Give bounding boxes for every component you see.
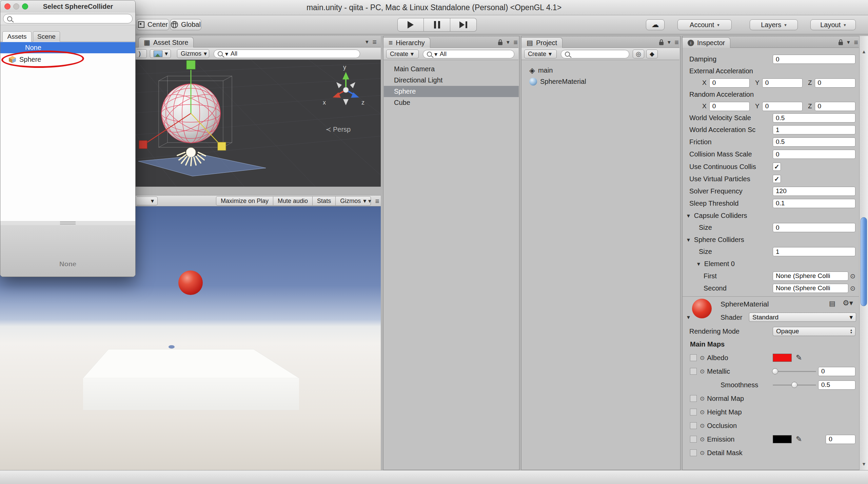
sphere-colliders-size-input[interactable]: 1 bbox=[773, 247, 855, 256]
metallic-input[interactable]: 0 bbox=[818, 367, 855, 376]
gear-icon[interactable]: ⚙▾ bbox=[843, 299, 853, 308]
collision-mass-scale-input[interactable]: 0 bbox=[773, 150, 855, 159]
element0-first-object-field[interactable]: None (Sphere Colli bbox=[773, 272, 848, 281]
panel-dropdown-icon[interactable]: ▾ bbox=[507, 39, 510, 46]
popup-preview-splitter[interactable] bbox=[0, 221, 135, 225]
use-continuous-collision-checkbox[interactable]: ✓ bbox=[773, 163, 781, 171]
scale-handle-x[interactable] bbox=[139, 141, 147, 149]
lock-icon[interactable] bbox=[659, 42, 664, 45]
emission-input[interactable]: 0 bbox=[826, 435, 855, 444]
scroll-down-icon[interactable]: ▼ bbox=[862, 461, 866, 467]
smoothness-input[interactable]: 0.5 bbox=[818, 380, 855, 390]
element0-second-object-field[interactable]: None (Sphere Colli bbox=[773, 284, 848, 293]
external-acceleration-x-input[interactable]: 0 bbox=[709, 78, 750, 88]
account-dropdown[interactable]: Account ▾ bbox=[677, 19, 732, 30]
panel-menu-icon[interactable]: ≡ bbox=[514, 40, 518, 45]
panel-menu-icon[interactable]: ≡ bbox=[854, 40, 858, 45]
scale-handle-z[interactable] bbox=[218, 142, 226, 150]
inspector-scrollbar[interactable]: ▲ ▼ bbox=[859, 36, 868, 470]
tab-asset-store[interactable]: ▦ Asset Store bbox=[138, 37, 194, 48]
use-virtual-particles-checkbox[interactable]: ✓ bbox=[773, 175, 781, 183]
foldout-sphere-colliders[interactable]: ▼ Sphere Colliders bbox=[683, 234, 859, 246]
stats-button[interactable]: Stats bbox=[313, 196, 336, 206]
occlusion-texture-slot[interactable] bbox=[690, 422, 697, 429]
tab-hierarchy[interactable]: ≡ Hierarchy bbox=[383, 37, 430, 48]
project-create-dropdown[interactable]: Create ▾ bbox=[524, 50, 557, 58]
pause-button[interactable] bbox=[424, 18, 450, 32]
normal-map-texture-slot[interactable] bbox=[690, 395, 697, 402]
foldout-capsule-colliders[interactable]: ▼ Capsule Colliders bbox=[683, 209, 859, 222]
texture-picker-icon[interactable]: ⊙ bbox=[700, 449, 705, 457]
scene-gizmos-dropdown[interactable]: Gizmos ▾ bbox=[177, 49, 209, 58]
minimize-traffic-light[interactable] bbox=[13, 3, 19, 10]
global-toggle-button[interactable]: Global bbox=[170, 19, 201, 30]
height-map-texture-slot[interactable] bbox=[690, 409, 697, 415]
material-foldout[interactable]: ▼ bbox=[686, 314, 694, 320]
project-search-input[interactable] bbox=[561, 50, 629, 58]
object-picker-icon[interactable]: ⊙ bbox=[850, 272, 855, 280]
lock-icon[interactable] bbox=[839, 42, 843, 45]
popup-search-input[interactable] bbox=[3, 14, 133, 23]
random-acceleration-z-input[interactable]: 0 bbox=[815, 102, 855, 111]
project-item-main[interactable]: ◈ main bbox=[522, 65, 680, 76]
lock-icon[interactable] bbox=[498, 42, 502, 45]
popup-tab-assets[interactable]: Assets bbox=[2, 31, 32, 42]
project-item-spherematerial[interactable]: SphereMaterial bbox=[522, 76, 680, 87]
panel-dropdown-icon[interactable]: ▾ bbox=[847, 39, 850, 46]
hierarchy-item-main-camera[interactable]: Main Camera bbox=[384, 63, 519, 75]
metallic-texture-slot[interactable] bbox=[690, 368, 697, 375]
foldout-element0[interactable]: ▼ Element 0 bbox=[683, 258, 859, 270]
panel-menu-icon[interactable]: ≡ bbox=[373, 40, 377, 44]
external-acceleration-y-input[interactable]: 0 bbox=[762, 78, 803, 88]
capsule-size-input[interactable]: 0 bbox=[773, 223, 855, 232]
solver-frequency-input[interactable]: 120 bbox=[773, 187, 855, 196]
hierarchy-create-dropdown[interactable]: Create ▾ bbox=[386, 50, 419, 58]
friction-input[interactable]: 0.5 bbox=[773, 137, 855, 147]
world-velocity-scale-input[interactable]: 0.5 bbox=[773, 113, 855, 123]
texture-picker-icon[interactable]: ⊙ bbox=[700, 395, 705, 402]
popup-tab-scene[interactable]: Scene bbox=[33, 31, 60, 42]
scrollbar-thumb[interactable] bbox=[861, 217, 867, 306]
eyedropper-icon[interactable]: ✎ bbox=[796, 353, 802, 362]
play-button[interactable] bbox=[397, 18, 424, 32]
slider-knob[interactable] bbox=[772, 368, 778, 374]
texture-picker-icon[interactable]: ⊙ bbox=[700, 368, 705, 375]
random-acceleration-y-input[interactable]: 0 bbox=[762, 102, 803, 111]
layers-dropdown[interactable]: Layers ▾ bbox=[750, 19, 798, 30]
game-gizmos-dropdown[interactable]: Gizmos ▾ bbox=[336, 196, 371, 206]
layout-dropdown[interactable]: Layout ▾ bbox=[810, 19, 856, 30]
panel-dropdown-icon[interactable]: ▾ bbox=[668, 39, 671, 46]
persp-label[interactable]: Persp bbox=[333, 126, 351, 133]
scene-search-input[interactable]: ▾ All bbox=[214, 50, 360, 58]
damping-input[interactable]: 0 bbox=[773, 55, 855, 64]
shading-mode-dropdown-partial[interactable]: ) bbox=[137, 49, 147, 58]
hierarchy-item-cube[interactable]: Cube bbox=[384, 97, 519, 108]
panel-menu-icon[interactable]: ≡ bbox=[675, 40, 679, 45]
world-acceleration-scale-input[interactable]: 1 bbox=[773, 125, 855, 134]
emission-color-swatch[interactable] bbox=[773, 435, 792, 443]
maximize-on-play-button[interactable]: Maximize on Play bbox=[216, 196, 273, 206]
external-acceleration-z-input[interactable]: 0 bbox=[815, 78, 855, 88]
pivot-center-button[interactable]: Center bbox=[137, 19, 169, 30]
metallic-slider[interactable] bbox=[773, 371, 816, 372]
close-traffic-light[interactable] bbox=[4, 3, 11, 10]
tab-project[interactable]: ▤ Project bbox=[521, 37, 563, 48]
texture-picker-icon[interactable]: ⊙ bbox=[700, 409, 705, 416]
emission-texture-slot[interactable] bbox=[690, 436, 697, 443]
sleep-threshold-input[interactable]: 0.1 bbox=[773, 199, 855, 208]
panel-dropdown-icon[interactable]: ▾ bbox=[368, 198, 371, 205]
hierarchy-item-directional-light[interactable]: Directional Light bbox=[384, 75, 519, 86]
random-acceleration-x-input[interactable]: 0 bbox=[709, 102, 750, 111]
material-help-icon[interactable]: ▤ bbox=[829, 299, 835, 308]
panel-dropdown-icon[interactable]: ▾ bbox=[366, 38, 369, 45]
smoothness-slider[interactable] bbox=[773, 385, 816, 386]
detail-mask-texture-slot[interactable] bbox=[690, 449, 697, 456]
search-by-type-button[interactable]: ◎ bbox=[633, 50, 644, 58]
cloud-services-button[interactable]: ☁ bbox=[646, 19, 665, 30]
albedo-color-swatch[interactable] bbox=[773, 354, 792, 362]
texture-picker-icon[interactable]: ⊙ bbox=[700, 354, 705, 361]
rendering-mode-dropdown[interactable]: Opaque ▴▾ bbox=[773, 327, 855, 336]
scale-handle-y[interactable] bbox=[186, 60, 195, 69]
scroll-up-icon[interactable]: ▲ bbox=[862, 49, 866, 54]
panel-menu-icon[interactable]: ≡ bbox=[375, 199, 379, 204]
